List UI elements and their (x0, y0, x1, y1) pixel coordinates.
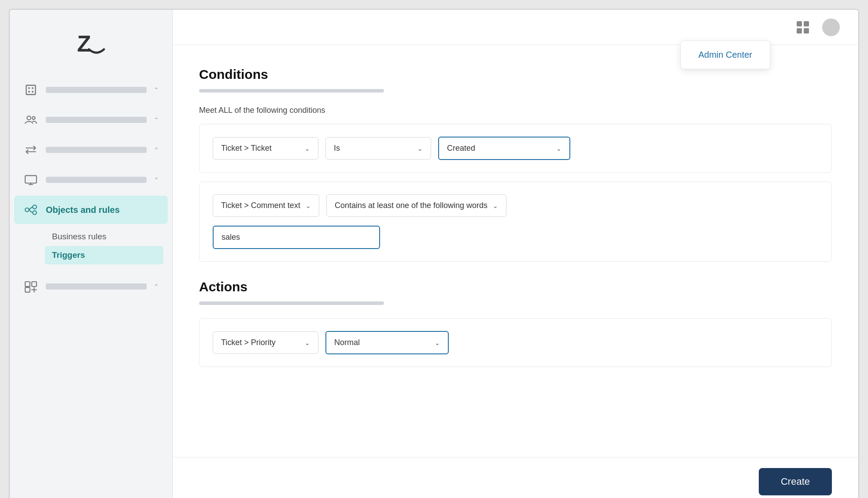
action-card-1: Ticket > Priority ⌄ Normal ⌄ (199, 318, 832, 367)
condition2-field2-value: Contains at least one of the following w… (335, 201, 488, 210)
svg-rect-5 (32, 91, 33, 93)
svg-rect-2 (28, 87, 30, 89)
condition-row-1: Ticket > Ticket ⌄ Is ⌄ Created ⌄ (213, 137, 818, 160)
create-button[interactable]: Create (759, 468, 832, 495)
chevron-down-icon: ⌄ (556, 145, 561, 152)
svg-point-11 (33, 211, 37, 215)
condition2-text-input[interactable] (213, 226, 380, 249)
condition1-field3-value: Created (447, 144, 475, 153)
conditions-title: Conditions (199, 67, 832, 82)
action-row-1: Ticket > Priority ⌄ Normal ⌄ (213, 331, 818, 354)
actions-bar (199, 301, 384, 305)
chevron-down-icon: ⌃ (154, 86, 159, 93)
condition1-field1-value: Ticket > Ticket (221, 144, 272, 153)
svg-rect-12 (25, 282, 30, 286)
chevron-down-icon: ⌄ (306, 202, 311, 209)
sidebar-item-users[interactable]: ⌃ (14, 106, 168, 134)
grid-icon (797, 21, 809, 33)
sub-nav-business-rules[interactable]: Business rules (45, 227, 163, 246)
user-avatar-button[interactable] (821, 18, 841, 37)
apps-grid-button[interactable] (793, 18, 813, 37)
building-icon (23, 82, 39, 98)
sidebar: Z ⌃ ⌃ (10, 10, 173, 498)
page-body: Conditions Meet ALL of the following con… (173, 45, 858, 457)
users-icon (23, 112, 39, 128)
chevron-down-icon: ⌃ (154, 176, 159, 183)
objects-icon (23, 202, 39, 218)
sidebar-item-monitor-label (46, 177, 147, 183)
sidebar-item-monitor[interactable]: ⌃ (14, 166, 168, 194)
condition2-field1-dropdown[interactable]: Ticket > Comment text ⌄ (213, 194, 319, 217)
zendesk-logo: Z (65, 27, 118, 58)
sidebar-nav: ⌃ ⌃ ⌃ (10, 76, 172, 498)
conditions-bar (199, 89, 384, 93)
condition-card-1: Ticket > Ticket ⌄ Is ⌄ Created ⌄ (199, 124, 832, 173)
condition-card-2: Ticket > Comment text ⌄ Contains at leas… (199, 182, 832, 262)
sub-nav: Business rules Triggers (14, 226, 168, 266)
chevron-down-icon: ⌄ (305, 145, 310, 152)
svg-rect-3 (32, 87, 33, 89)
transfers-icon (23, 142, 39, 158)
sidebar-item-transfers[interactable]: ⌃ (14, 136, 168, 164)
avatar (822, 19, 840, 36)
svg-point-6 (27, 116, 31, 120)
svg-point-9 (25, 208, 29, 212)
admin-center-link[interactable]: Admin Center (698, 50, 752, 59)
conditions-section: Conditions Meet ALL of the following con… (199, 67, 832, 262)
actions-section: Actions Ticket > Priority ⌄ Normal ⌄ (199, 279, 832, 367)
conditions-subtitle: Meet ALL of the following conditions (199, 106, 832, 115)
action1-field2-value: Normal (334, 338, 360, 347)
svg-rect-4 (28, 91, 30, 93)
sidebar-item-apps-label (46, 283, 147, 290)
chevron-down-icon: ⌄ (417, 145, 423, 152)
action1-field1-value: Ticket > Priority (221, 338, 276, 347)
chevron-down-icon: ⌄ (493, 202, 498, 209)
svg-point-7 (32, 117, 35, 119)
monitor-icon (23, 172, 39, 188)
chevron-down-icon: ⌃ (154, 116, 159, 123)
main-content: Admin Center Conditions Meet ALL of the … (173, 10, 858, 498)
svg-rect-8 (25, 175, 37, 183)
action1-field2-dropdown[interactable]: Normal ⌄ (325, 331, 449, 354)
sub-nav-triggers[interactable]: Triggers (45, 246, 163, 264)
condition1-field1-dropdown[interactable]: Ticket > Ticket ⌄ (213, 137, 318, 160)
action1-field1-dropdown[interactable]: Ticket > Priority ⌄ (213, 331, 318, 354)
condition1-field3-dropdown[interactable]: Created ⌄ (438, 137, 570, 160)
actions-title: Actions (199, 279, 832, 294)
apps-icon (23, 279, 39, 294)
svg-rect-13 (32, 282, 37, 286)
condition-row-2-text (213, 226, 818, 249)
condition2-field1-value: Ticket > Comment text (221, 201, 300, 210)
condition2-field2-dropdown[interactable]: Contains at least one of the following w… (326, 194, 506, 217)
condition1-field2-value: Is (334, 144, 340, 153)
chevron-down-icon: ⌃ (154, 283, 159, 290)
topbar: Admin Center (173, 10, 858, 45)
chevron-down-icon: ⌄ (435, 339, 440, 346)
logo: Z (10, 19, 172, 76)
sidebar-item-objects[interactable]: Objects and rules (14, 196, 168, 224)
sidebar-item-building-label (46, 87, 147, 93)
sidebar-item-objects-label: Objects and rules (46, 205, 120, 215)
bottom-bar: Create (173, 457, 858, 498)
sidebar-item-building[interactable]: ⌃ (14, 76, 168, 104)
svg-rect-14 (25, 287, 30, 292)
chevron-down-icon: ⌄ (305, 339, 310, 346)
svg-rect-1 (26, 85, 36, 95)
svg-point-10 (33, 205, 37, 209)
sidebar-item-users-label (46, 117, 147, 123)
sidebar-item-apps[interactable]: ⌃ (14, 272, 168, 301)
sidebar-item-transfers-label (46, 147, 147, 153)
svg-text:Z: Z (77, 31, 91, 56)
chevron-down-icon: ⌃ (154, 146, 159, 153)
condition1-field2-dropdown[interactable]: Is ⌄ (325, 137, 431, 160)
admin-center-dropdown: Admin Center (680, 41, 770, 69)
condition-row-2: Ticket > Comment text ⌄ Contains at leas… (213, 194, 818, 217)
